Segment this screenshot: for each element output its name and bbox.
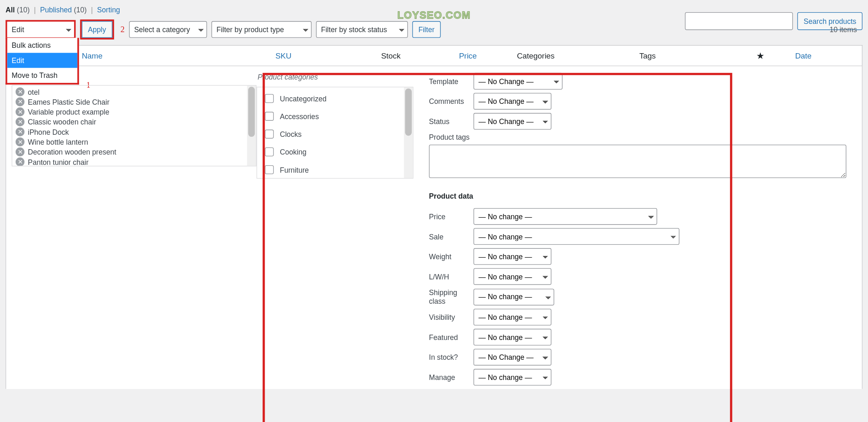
scrollbar[interactable] — [404, 87, 413, 178]
product-data-heading: Product data — [429, 192, 851, 200]
col-sku[interactable]: SKU — [270, 51, 376, 60]
bulk-action-select[interactable]: Edit — [7, 22, 74, 38]
view-sorting[interactable]: Sorting — [97, 6, 120, 14]
checkbox[interactable] — [265, 130, 274, 139]
list-item: ✕Decoration wooden present — [12, 147, 256, 157]
scrollbar[interactable] — [247, 86, 256, 166]
checkbox[interactable] — [265, 165, 274, 174]
remove-icon[interactable]: ✕ — [16, 87, 25, 96]
shipping-class-label: Shipping class — [429, 288, 474, 305]
list-item: ✕iPhone Dock — [12, 127, 256, 137]
items-count: 10 items — [830, 25, 863, 33]
sale-select[interactable]: — No change — — [474, 228, 680, 245]
list-item: ✕Variable product example — [12, 107, 256, 117]
featured-select[interactable]: — No change — — [474, 329, 551, 346]
view-published[interactable]: Published (10) — [40, 6, 87, 14]
col-name[interactable]: Name — [76, 51, 270, 60]
bulk-option-bulk-actions[interactable]: Bulk actions — [7, 38, 77, 53]
bulk-option-trash[interactable]: Move to Trash — [7, 68, 77, 83]
category-option[interactable]: Furniture — [257, 161, 413, 178]
bulk-option-edit[interactable]: Edit — [7, 53, 77, 68]
category-option[interactable]: Accessories — [257, 108, 413, 125]
lwh-select[interactable]: — No change — — [474, 268, 551, 285]
remove-icon[interactable]: ✕ — [16, 137, 25, 146]
product-tags-label: Product tags — [429, 133, 851, 141]
manage-select[interactable]: — No change — — [474, 369, 551, 386]
checkbox[interactable] — [265, 112, 274, 121]
weight-select[interactable]: — No change — — [474, 248, 551, 265]
product-categories-box: Uncategorized Accessories Clocks Cooking… — [256, 87, 413, 179]
col-categories: Categories — [511, 51, 634, 60]
remove-icon[interactable]: ✕ — [16, 97, 25, 106]
visibility-select[interactable]: — No change — — [474, 309, 551, 326]
instock-select[interactable]: — No Change — — [474, 349, 551, 366]
col-featured: ★ — [751, 50, 790, 61]
view-all[interactable]: All (10) — [6, 6, 30, 14]
col-date[interactable]: Date — [790, 51, 862, 60]
category-option[interactable]: Cooking — [257, 143, 413, 161]
lwh-label: L/W/H — [429, 272, 474, 281]
list-item: ✕Panton tunior chair — [12, 157, 256, 166]
remove-icon[interactable]: ✕ — [16, 117, 25, 127]
list-item: ✕Classic wooden chair — [12, 117, 256, 127]
category-option[interactable]: Uncategorized — [257, 89, 413, 107]
template-select[interactable]: — No Change — — [474, 73, 563, 90]
bulk-action-dropdown: Bulk actions Edit Move to Trash — [6, 38, 79, 84]
price-select[interactable]: — No change — — [474, 208, 657, 225]
filter-product-type-select[interactable]: Filter by product type — [211, 21, 312, 38]
product-categories-label: Product categories — [258, 73, 429, 81]
list-item: ✕otel — [12, 87, 256, 97]
sale-label: Sale — [429, 232, 474, 241]
instock-label: In stock? — [429, 353, 474, 361]
price-label: Price — [429, 212, 474, 220]
filter-button[interactable]: Filter — [412, 21, 441, 38]
comments-label: Comments — [429, 97, 474, 106]
list-item: ✕Wine bottle lantern — [12, 137, 256, 147]
checkbox[interactable] — [265, 94, 274, 103]
comments-select[interactable]: — No Change — — [474, 93, 551, 110]
col-price[interactable]: Price — [453, 51, 511, 60]
remove-icon[interactable]: ✕ — [16, 157, 25, 166]
category-option[interactable]: Clocks — [257, 125, 413, 143]
template-label: Template — [429, 77, 474, 85]
weight-label: Weight — [429, 252, 474, 260]
status-select[interactable]: — No Change — — [474, 113, 551, 130]
visibility-label: Visibility — [429, 313, 474, 321]
filter-stock-status-select[interactable]: Filter by stock status — [316, 21, 408, 38]
checkbox[interactable] — [265, 148, 274, 157]
status-label: Status — [429, 117, 474, 125]
apply-button[interactable]: Apply — [82, 21, 112, 38]
annotation-2: 2 — [120, 25, 124, 34]
product-tags-input[interactable] — [429, 145, 847, 178]
remove-icon[interactable]: ✕ — [16, 148, 25, 157]
list-item: ✕Eames Plastic Side Chair — [12, 97, 256, 107]
remove-icon[interactable]: ✕ — [16, 127, 25, 136]
remove-icon[interactable]: ✕ — [16, 108, 25, 117]
bulk-edit-product-list: ✕otel ✕Eames Plastic Side Chair ✕Variabl… — [12, 85, 256, 166]
filter-category-select[interactable]: Select a category — [129, 21, 207, 38]
featured-label: Featured — [429, 333, 474, 341]
col-tags: Tags — [634, 51, 751, 60]
star-icon: ★ — [756, 51, 764, 61]
table-header: Name SKU Stock Price Categories Tags ★ D… — [6, 46, 862, 66]
shipping-class-select[interactable]: — No change — — [474, 288, 554, 305]
col-stock: Stock — [375, 51, 453, 60]
manage-label: Manage — [429, 373, 474, 381]
